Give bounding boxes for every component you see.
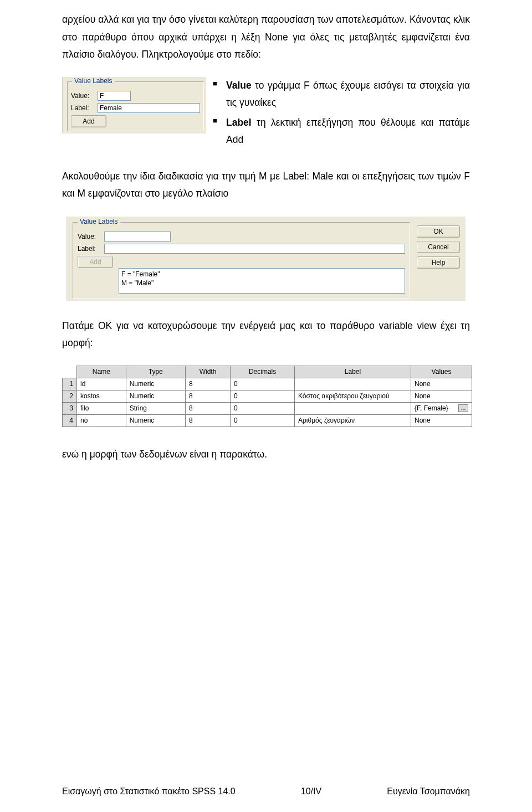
row-number[interactable]: 4 xyxy=(63,414,77,426)
value-label: Value: xyxy=(71,92,98,100)
bullet-text: Label τη λεκτική επεξήγηση που θέλουμε κ… xyxy=(226,114,470,149)
col-header[interactable]: Type xyxy=(126,366,185,378)
cell-values[interactable]: None xyxy=(411,414,472,426)
table-row: 3 filo String 8 0 {F, Female} ... xyxy=(63,402,472,414)
footer-left: Εισαγωγή στο Στατιστικό πακέτο SPSS 14.0 xyxy=(62,787,236,796)
list-item: F = "Female" xyxy=(121,270,402,279)
cell-width[interactable]: 8 xyxy=(185,378,230,390)
paragraph-2: Ακολουθούμε την ίδια διαδικασία για την … xyxy=(62,168,470,203)
paragraph-3: Πατάμε ΟΚ για να κατοχυρώσουμε την ενέργ… xyxy=(62,317,470,352)
col-header[interactable]: Name xyxy=(77,366,126,378)
paragraph-1: αρχείου αλλά και για την όσο γίνεται καλ… xyxy=(62,11,470,64)
page-footer: Εισαγωγή στο Στατιστικό πακέτο SPSS 14.0… xyxy=(62,787,470,796)
add-button[interactable]: Add xyxy=(78,256,113,268)
row-number[interactable]: 1 xyxy=(63,378,77,390)
groupbox-title: Value Labels xyxy=(78,218,120,225)
cell-label[interactable] xyxy=(295,402,411,414)
row-number[interactable]: 2 xyxy=(63,390,77,402)
cell-decimals[interactable]: 0 xyxy=(231,378,295,390)
value-labels-dialog: Value Labels Value: Label: Add xyxy=(66,216,466,301)
col-header[interactable]: Label xyxy=(295,366,411,378)
footer-center: 10/IV xyxy=(301,787,321,796)
variable-view-table: Name Type Width Decimals Label Values 1 … xyxy=(62,366,472,427)
add-button[interactable]: Add xyxy=(71,115,106,127)
corner-cell xyxy=(63,366,77,378)
cell-width[interactable]: 8 xyxy=(185,402,230,414)
cell-label[interactable]: Αριθμός ζευγαριών xyxy=(295,414,411,426)
cell-type[interactable]: Numeric xyxy=(126,378,185,390)
label-input[interactable] xyxy=(104,244,405,254)
cell-values[interactable]: None xyxy=(411,390,472,402)
help-button[interactable]: Help xyxy=(417,256,460,269)
label-label: Label: xyxy=(71,104,98,112)
cell-type[interactable]: Numeric xyxy=(126,414,185,426)
bullet-text: Value το γράμμα F όπως έχουμε εισάγει τα… xyxy=(226,77,470,112)
table-row: 2 kostos Numeric 8 0 Κόστος ακριβότερου … xyxy=(63,390,472,402)
label-label: Label: xyxy=(78,245,104,253)
cell-values[interactable]: {F, Female} ... xyxy=(411,402,472,414)
cell-label[interactable]: Κόστος ακριβότερου ζευγαριού xyxy=(295,390,411,402)
cell-type[interactable]: Numeric xyxy=(126,390,185,402)
cell-type[interactable]: String xyxy=(126,402,185,414)
cell-label[interactable] xyxy=(295,378,411,390)
cell-values[interactable]: None xyxy=(411,378,472,390)
row-number[interactable]: 3 xyxy=(63,402,77,414)
paragraph-4: ενώ η μορφή των δεδομένων είναι η παρακά… xyxy=(62,446,470,464)
list-item: M = "Male" xyxy=(121,279,402,287)
cell-name[interactable]: filo xyxy=(77,402,126,414)
table-row: 4 no Numeric 8 0 Αριθμός ζευγαριών None xyxy=(63,414,472,426)
value-labels-snippet: Value Labels Value: Label: Add xyxy=(62,77,206,133)
value-label: Value: xyxy=(78,233,104,240)
cancel-button[interactable]: Cancel xyxy=(417,241,460,253)
cell-name[interactable]: id xyxy=(77,378,126,390)
cell-name[interactable]: kostos xyxy=(77,390,126,402)
col-header[interactable]: Width xyxy=(185,366,230,378)
cell-name[interactable]: no xyxy=(77,414,126,426)
col-header[interactable]: Decimals xyxy=(231,366,295,378)
footer-right: Ευγενία Τσομπανάκη xyxy=(387,787,470,796)
cell-width[interactable]: 8 xyxy=(185,390,230,402)
cell-decimals[interactable]: 0 xyxy=(231,414,295,426)
cell-decimals[interactable]: 0 xyxy=(231,402,295,414)
col-header[interactable]: Values xyxy=(411,366,472,378)
bullet-icon: ■ xyxy=(213,77,226,112)
cell-width[interactable]: 8 xyxy=(185,414,230,426)
value-input[interactable] xyxy=(98,91,131,101)
groupbox-title: Value Labels xyxy=(72,77,115,85)
table-row: 1 id Numeric 8 0 None xyxy=(63,378,472,390)
cell-decimals[interactable]: 0 xyxy=(231,390,295,402)
value-labels-listbox[interactable]: F = "Female" M = "Male" xyxy=(119,268,405,294)
label-input[interactable] xyxy=(98,103,200,113)
bullet-icon: ■ xyxy=(213,114,226,149)
ellipsis-button[interactable]: ... xyxy=(458,404,468,412)
ok-button[interactable]: OK xyxy=(417,225,460,238)
value-input[interactable] xyxy=(104,232,171,241)
